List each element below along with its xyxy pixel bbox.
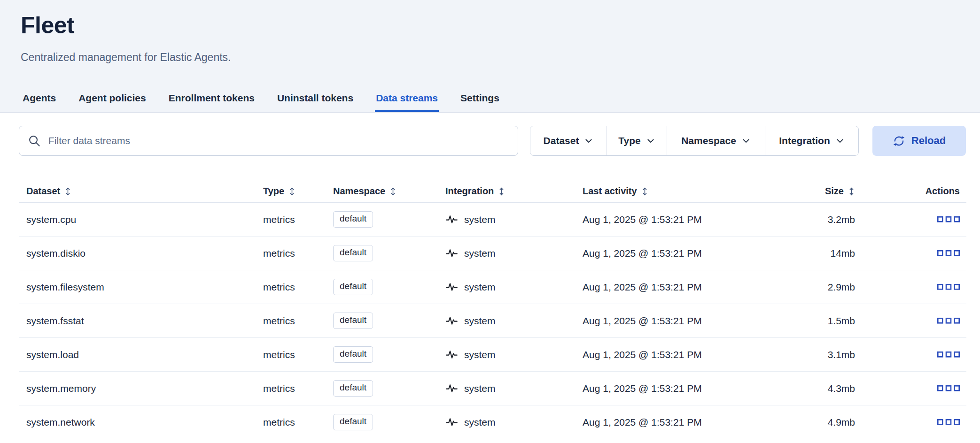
integration-name: system (464, 383, 496, 394)
tab-enrollment-tokens[interactable]: Enrollment tokens (168, 92, 256, 112)
namespace-badge: default (333, 346, 373, 363)
pulse-icon (445, 247, 458, 260)
boxes-horizontal-icon (937, 250, 960, 256)
dataset-cell: system.diskio (19, 248, 263, 259)
filter-type[interactable]: Type (607, 126, 667, 155)
type-cell: metrics (263, 349, 333, 360)
namespace-badge: default (333, 313, 373, 329)
namespace-badge: default (333, 414, 373, 430)
filter-namespace[interactable]: Namespace (667, 126, 765, 155)
last-activity-cell: Aug 1, 2025 @ 1:53:21 PM (583, 315, 780, 327)
actions-cell (855, 383, 966, 393)
dataset-cell: system.network (19, 417, 263, 428)
page-subtitle: Centralized management for Elastic Agent… (21, 51, 959, 65)
namespace-cell: default (333, 380, 445, 397)
chevron-down-icon (741, 136, 751, 145)
filter-dataset[interactable]: Dataset (530, 126, 607, 155)
sort-icon (389, 186, 397, 197)
size-cell: 1.5mb (780, 315, 855, 327)
integration-name: system (464, 417, 496, 428)
last-activity-cell: Aug 1, 2025 @ 1:53:21 PM (583, 282, 780, 293)
integration-cell: system (445, 348, 583, 361)
boxes-horizontal-icon (937, 284, 960, 290)
pulse-icon (445, 281, 458, 293)
pulse-icon (445, 213, 458, 226)
dataset-cell: system.cpu (19, 214, 263, 225)
row-actions-button[interactable] (937, 248, 960, 258)
integration-cell: system (445, 281, 583, 293)
column-header-dataset[interactable]: Dataset (19, 186, 263, 197)
table-row: system.filesystem metrics default system… (19, 270, 966, 304)
table-row: system.network metrics default system Au… (19, 405, 966, 439)
search-icon (28, 134, 41, 148)
dataset-cell: system.load (19, 349, 263, 360)
column-header-last-activity[interactable]: Last activity (583, 186, 780, 197)
column-header-size[interactable]: Size (780, 186, 855, 197)
tab-agent-policies[interactable]: Agent policies (78, 92, 147, 112)
boxes-horizontal-icon (937, 318, 960, 324)
column-header-namespace[interactable]: Namespace (333, 186, 445, 197)
chevron-down-icon (835, 136, 845, 145)
row-actions-button[interactable] (937, 316, 960, 326)
namespace-badge: default (333, 380, 373, 397)
integration-name: system (464, 315, 496, 327)
table-row: system.memory metrics default system Aug… (19, 372, 966, 405)
actions-cell (855, 282, 966, 292)
table-row: system.fsstat metrics default system Aug… (19, 304, 966, 338)
dataset-cell: system.fsstat (19, 315, 263, 327)
actions-cell (855, 417, 966, 427)
toolbar: Dataset Type Namespace Integration (19, 126, 966, 156)
tab-settings[interactable]: Settings (459, 92, 500, 112)
integration-name: system (464, 214, 496, 225)
column-header-integration[interactable]: Integration (445, 186, 583, 197)
table-body: system.cpu metrics default system Aug 1,… (19, 203, 966, 439)
table-header-row: Dataset Type Namespace Integration Last … (19, 180, 966, 203)
row-actions-button[interactable] (937, 417, 960, 427)
column-header-actions: Actions (855, 186, 966, 197)
last-activity-cell: Aug 1, 2025 @ 1:53:21 PM (583, 248, 780, 259)
sort-icon (288, 186, 296, 197)
row-actions-button[interactable] (937, 282, 960, 292)
namespace-cell: default (333, 245, 445, 261)
table-row: system.cpu metrics default system Aug 1,… (19, 203, 966, 237)
size-cell: 4.3mb (780, 383, 855, 394)
last-activity-cell: Aug 1, 2025 @ 1:53:21 PM (583, 349, 780, 360)
tab-uninstall-tokens[interactable]: Uninstall tokens (276, 92, 354, 112)
pulse-icon (445, 314, 458, 327)
data-streams-table: Dataset Type Namespace Integration Last … (19, 180, 966, 439)
namespace-cell: default (333, 414, 445, 430)
namespace-cell: default (333, 313, 445, 329)
type-cell: metrics (263, 383, 333, 394)
boxes-horizontal-icon (937, 385, 960, 391)
chevron-down-icon (584, 136, 593, 145)
type-cell: metrics (263, 315, 333, 327)
integration-name: system (464, 248, 496, 259)
integration-cell: system (445, 382, 583, 395)
size-cell: 14mb (780, 248, 855, 259)
integration-cell: system (445, 213, 583, 226)
size-cell: 2.9mb (780, 282, 855, 293)
boxes-horizontal-icon (937, 351, 960, 358)
table-row: system.load metrics default system Aug 1… (19, 338, 966, 372)
last-activity-cell: Aug 1, 2025 @ 1:53:21 PM (583, 383, 780, 394)
row-actions-button[interactable] (937, 214, 960, 224)
integration-cell: system (445, 314, 583, 327)
column-header-type[interactable]: Type (263, 186, 333, 197)
dataset-cell: system.filesystem (19, 282, 263, 293)
reload-button[interactable]: Reload (872, 126, 966, 156)
page-title: Fleet (21, 12, 959, 38)
search-input[interactable] (47, 135, 509, 147)
row-actions-button[interactable] (937, 383, 960, 393)
size-cell: 3.1mb (780, 349, 855, 360)
tab-data-streams[interactable]: Data streams (375, 92, 439, 112)
sort-icon (64, 186, 71, 197)
row-actions-button[interactable] (937, 350, 960, 359)
filter-integration[interactable]: Integration (765, 126, 858, 155)
tab-agents[interactable]: Agents (22, 92, 57, 112)
search-box (19, 126, 518, 156)
refresh-icon (893, 135, 905, 147)
integration-cell: system (445, 247, 583, 260)
size-cell: 3.2mb (780, 214, 855, 225)
page-header: Fleet Centralized management for Elastic… (0, 0, 980, 113)
pulse-icon (445, 416, 458, 428)
